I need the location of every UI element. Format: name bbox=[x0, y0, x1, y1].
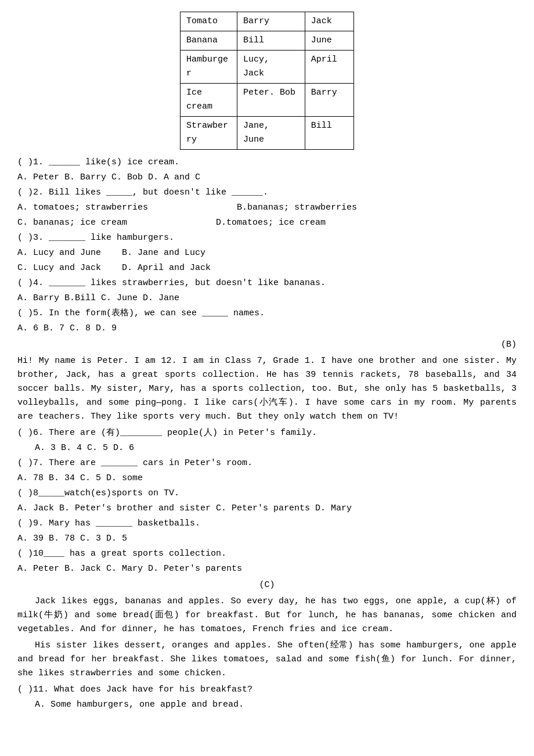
table-cell: Jane,June bbox=[237, 117, 305, 150]
section-c-passage2: His sister likes dessert, oranges and ap… bbox=[17, 639, 517, 681]
table-cell: Strawberry bbox=[181, 117, 237, 150]
question-4-options: A. Barry B.Bill C. June D. Jane bbox=[17, 291, 517, 305]
section-b-label: (B) bbox=[17, 338, 517, 352]
question-5: ( )5. In the form(表格), we can see _____ … bbox=[17, 307, 517, 321]
table-container: Tomato Barry Jack Banana Bill June Hambu… bbox=[17, 12, 517, 150]
question-8-options: A. Jack B. Peter's brother and sister C.… bbox=[17, 502, 517, 516]
food-table: Tomato Barry Jack Banana Bill June Hambu… bbox=[180, 12, 354, 150]
table-cell: Tomato bbox=[181, 12, 237, 31]
table-cell: Hamburger bbox=[181, 51, 237, 84]
question-3-options-cd: C. Lucy and Jack D. April and Jack bbox=[17, 261, 517, 275]
question-1: ( )1. ______ like(s) ice cream. bbox=[17, 156, 517, 170]
table-cell: Lucy,Jack bbox=[237, 51, 305, 84]
question-2-options-cd: C. bananas; ice cream D.tomatoes; ice cr… bbox=[17, 216, 517, 230]
question-3: ( )3. _______ like hamburgers. bbox=[17, 231, 517, 245]
question-3-options: A. Lucy and June B. Jane and Lucy bbox=[17, 246, 517, 260]
question-8: ( )8_____watch(es)sports on TV. bbox=[17, 487, 517, 501]
question-10: ( )10____ has a great sports collection. bbox=[17, 547, 517, 561]
table-cell: Banana bbox=[181, 31, 237, 51]
question-9-options: A. 39 B. 78 C. 3 D. 5 bbox=[17, 532, 517, 546]
table-cell: June bbox=[305, 31, 353, 51]
question-4: ( )4. _______ likes strawberries, but do… bbox=[17, 276, 517, 290]
question-9: ( )9. Mary has _______ basketballs. bbox=[17, 517, 517, 531]
table-cell: Icecream bbox=[181, 84, 237, 117]
table-cell: Bill bbox=[305, 117, 353, 150]
question-11-option-a: A. Some hamburgers, one apple and bread. bbox=[35, 698, 517, 712]
section-c-passage1: Jack likes eggs, bananas and apples. So … bbox=[17, 595, 517, 636]
question-10-options: A. Peter B. Jack C. Mary D. Peter's pare… bbox=[17, 562, 517, 576]
question-2-options: A. tomatoes; strawberries B.bananas; str… bbox=[17, 201, 517, 215]
table-cell: Bill bbox=[237, 31, 305, 51]
table-cell: Barry bbox=[237, 12, 305, 31]
question-5-options: A. 6 B. 7 C. 8 D. 9 bbox=[17, 322, 517, 336]
section-b-passage: Hi! My name is Peter. I am 12. I am in C… bbox=[17, 354, 517, 424]
table-cell: Peter. Bob bbox=[237, 84, 305, 117]
question-7-options: A. 78 B. 34 C. 5 D. some bbox=[17, 471, 517, 485]
section-c-label: (C) bbox=[17, 578, 517, 592]
question-6: ( )6. There are (有)________ people(人) in… bbox=[17, 426, 517, 440]
table-cell: Jack bbox=[305, 12, 353, 31]
question-7: ( )7. There are _______ cars in Peter's … bbox=[17, 456, 517, 470]
question-2: ( )2. Bill likes _____, but doesn't like… bbox=[17, 186, 517, 200]
table-cell: April bbox=[305, 51, 353, 84]
question-1-options: A. Peter B. Barry C. Bob D. A and C bbox=[17, 171, 517, 185]
question-11: ( )11. What does Jack have for his break… bbox=[17, 683, 517, 697]
table-cell: Barry bbox=[305, 84, 353, 117]
question-6-options: A. 3 B. 4 C. 5 D. 6 bbox=[35, 441, 517, 455]
